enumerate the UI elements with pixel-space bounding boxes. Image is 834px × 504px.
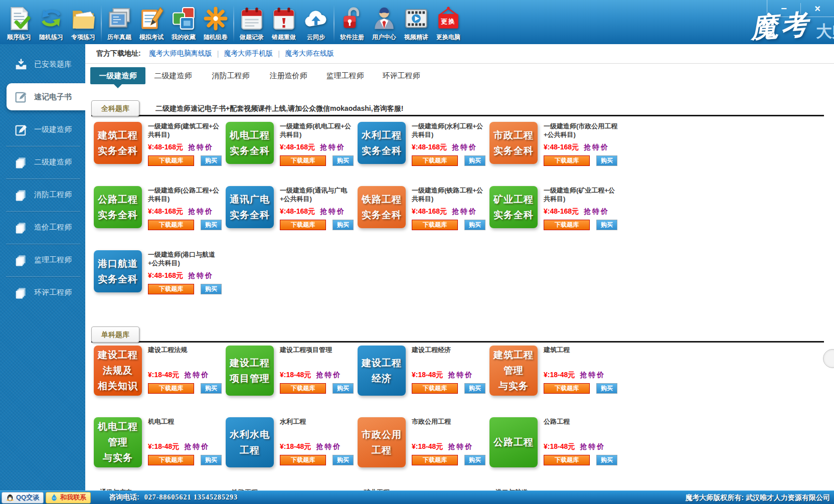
tab-level2-builder[interactable]: 二级建造师 (145, 67, 201, 84)
download-link-2[interactable]: 魔考大师在线版 (285, 49, 334, 58)
buy-button[interactable]: 购买 (596, 155, 617, 166)
download-bank-button[interactable]: 下载题库 (544, 455, 590, 465)
buy-button[interactable]: 购买 (201, 284, 222, 294)
toolbar-item-change-computer[interactable]: 更换更换电脑 (432, 5, 464, 44)
tab-eia-engineer[interactable]: 环评工程师 (374, 67, 429, 84)
qq-chat-button[interactable]: QQ交谈 (2, 492, 44, 503)
sidebar-item-eia-engineer[interactable]: 环评工程师 (0, 276, 85, 309)
buy-button[interactable]: 购买 (201, 155, 222, 166)
toolbar-item-answer-records[interactable]: 做题记录 (236, 5, 268, 44)
download-bank-button[interactable]: 下载题库 (544, 383, 590, 394)
product-row: 建设工程法规及相关知识建设工程法规¥:18-48元抢特价下载题库购买建设工程项目… (94, 346, 834, 396)
buy-button[interactable]: 购买 (201, 455, 222, 465)
download-bank-button[interactable]: 下载题库 (412, 220, 458, 230)
buy-button[interactable]: 购买 (332, 220, 354, 230)
contact-me-button[interactable]: 和我联系 (46, 492, 91, 503)
download-link-0[interactable]: 魔考大师电脑离线版 (149, 49, 212, 58)
toolbar-item-random-paper[interactable]: 随机组卷 (200, 5, 232, 44)
special-price-tag: 抢特价 (184, 371, 210, 379)
buy-button[interactable]: 购买 (464, 383, 485, 394)
collection-icon (168, 5, 200, 33)
logo-text-main: 魔考 (750, 6, 812, 47)
buy-button[interactable]: 购买 (464, 155, 485, 166)
toolbar-item-past-exams[interactable]: 历年真题 (103, 5, 135, 44)
download-bank-button[interactable]: 下载题库 (280, 155, 326, 166)
toolbar-item-sequential-practice[interactable]: 顺序练习 (3, 5, 35, 44)
download-bank-button[interactable]: 下载题库 (148, 284, 194, 294)
download-bank-button[interactable]: 下载题库 (280, 455, 326, 465)
product-title: 一级建造师(通讯与广电+公共科目) (280, 186, 356, 204)
product-title: 水利工程 (280, 417, 356, 439)
buy-button[interactable]: 购买 (332, 155, 354, 166)
product-buttons: 下载题库购买 (412, 220, 488, 230)
download-link-1[interactable]: 魔考大师手机版 (224, 49, 273, 58)
buy-button[interactable]: 购买 (201, 383, 222, 394)
toolbar-item-my-favorites[interactable]: 我的收藏 (168, 5, 200, 44)
toolbar-item-mock-exam[interactable]: 模拟考试 (135, 5, 168, 44)
buy-button[interactable]: 购买 (596, 220, 617, 230)
download-bank-button[interactable]: 下载题库 (544, 220, 590, 230)
buy-button[interactable]: 购买 (464, 220, 485, 230)
download-bank-button[interactable]: 下载题库 (544, 155, 590, 166)
download-bank-button[interactable]: 下载题库 (412, 155, 458, 166)
product-title: 建设工程经济 (412, 346, 488, 368)
download-bank-button[interactable]: 下载题库 (412, 383, 458, 394)
droplet-icon (50, 493, 58, 501)
toolbar-item-redo-wrong[interactable]: 错题重做 (268, 5, 300, 44)
product-tile: 机电工程实务全科 (226, 122, 274, 164)
sidebar-item-supervision-engineer[interactable]: 监理工程师 (0, 244, 85, 276)
sidebar-item-cost-engineer[interactable]: 造价工程师 (0, 211, 85, 244)
exam-category-tabs: 一级建造师二级建造师消防工程师注册造价师监理工程师环评工程师 (85, 64, 834, 91)
product-buttons: 下载题库购买 (148, 220, 224, 230)
special-price-tag: 抢特价 (448, 442, 473, 450)
product-tile-text: 实务全科 (98, 144, 138, 157)
pages-icon (14, 254, 28, 267)
download-bank-button[interactable]: 下载题库 (148, 220, 194, 230)
tab-registered-cost-engineer[interactable]: 注册造价师 (261, 67, 316, 84)
official-download-bar: 官方下载地址: 魔考大师电脑离线版|魔考大师手机版|魔考大师在线版 (85, 44, 834, 64)
product-tile-text: 公路工程 (98, 193, 138, 206)
toolbar-item-video-lectures[interactable]: 视频精讲 (400, 5, 432, 44)
buy-button[interactable]: 购买 (596, 383, 617, 394)
product-info: 一级建造师(公路工程+公共科目)¥:48-168元抢特价下载题库购买 (148, 186, 224, 230)
product-tile-text: 水利工程 (362, 129, 402, 142)
tab-level1-builder[interactable]: 一级建造师 (90, 67, 145, 84)
product-tile: 建筑工程管理与实务 (489, 346, 538, 396)
buy-button[interactable]: 购买 (332, 383, 354, 394)
product-card: 机电工程管理与实务机电工程¥:18-48元抢特价下载题库购买 (94, 417, 226, 467)
download-bank-button[interactable]: 下载题库 (148, 455, 194, 465)
product-price-line: ¥:48-168元抢特价 (148, 143, 224, 152)
buy-button[interactable]: 购买 (201, 220, 222, 230)
toolbar-item-cloud-sync[interactable]: 云同步 (300, 5, 332, 44)
price-value: ¥:18-48元 (280, 442, 311, 450)
price-value: ¥:48-168元 (544, 143, 579, 151)
download-bank-button[interactable]: 下载题库 (148, 383, 194, 394)
sidebar-item-installed-banks[interactable]: 已安装题库 (0, 48, 85, 81)
toolbar-item-software-register[interactable]: 软件注册 (336, 5, 368, 44)
toolbar-item-special-practice[interactable]: 专项练习 (67, 5, 99, 44)
product-tile-text: 工程 (240, 444, 260, 457)
download-bank-button[interactable]: 下载题库 (280, 220, 326, 230)
product-info: 建筑工程¥:18-48元抢特价下载题库购买 (544, 346, 620, 396)
sidebar-item-level2-builder[interactable]: 二级建造师 (0, 146, 85, 179)
sidebar-item-label: 已安装题库 (34, 60, 72, 69)
download-bank-button[interactable]: 下载题库 (412, 455, 458, 465)
buy-button[interactable]: 购买 (332, 455, 354, 465)
special-price-tag: 抢特价 (316, 442, 342, 450)
download-bank-button[interactable]: 下载题库 (148, 155, 194, 166)
toolbar-item-user-center[interactable]: 用户中心 (368, 5, 400, 44)
toolbar-group-separator (101, 5, 102, 42)
download-bank-button[interactable]: 下载题库 (280, 383, 326, 394)
sidebar-item-fire-engineer[interactable]: 消防工程师 (0, 179, 85, 211)
sidebar-item-label: 监理工程师 (34, 255, 72, 265)
buy-button[interactable]: 购买 (464, 455, 485, 465)
product-card: 港口航道实务全科一级建造师(港口与航道+公共科目)¥:48-168元抢特价下载题… (94, 250, 226, 294)
lock-icon (336, 5, 368, 33)
tab-supervision-engineer[interactable]: 监理工程师 (317, 67, 373, 84)
sidebar-item-shorthand-ebook[interactable]: 速记电子书 (7, 83, 85, 110)
toolbar-item-random-practice[interactable]: 随机练习 (35, 5, 67, 44)
toolbar-item-label: 顺序练习 (3, 33, 35, 42)
tab-fire-engineer[interactable]: 消防工程师 (203, 67, 258, 84)
sidebar-item-level1-builder[interactable]: 一级建造师 (0, 113, 85, 146)
buy-button[interactable]: 购买 (596, 455, 617, 465)
